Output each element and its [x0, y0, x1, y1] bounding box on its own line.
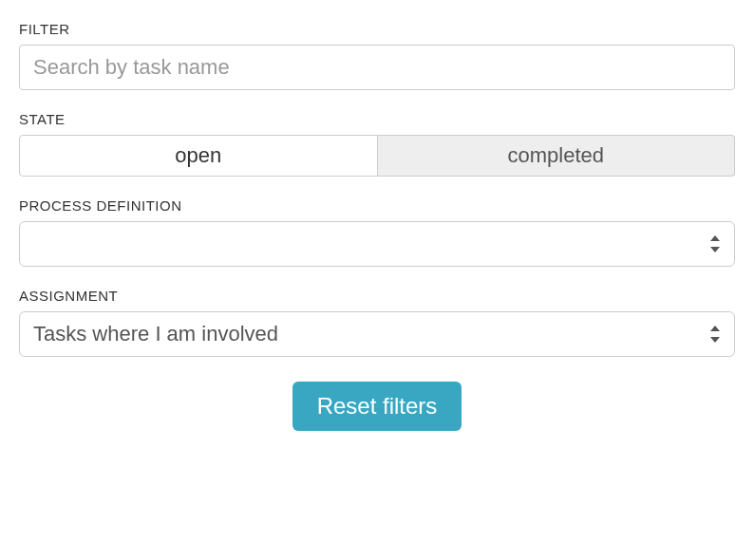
assignment-value: Tasks where I am involved	[33, 322, 278, 346]
state-label: STATE	[19, 111, 735, 127]
process-definition-label: PROCESS DEFINITION	[19, 197, 735, 214]
filter-field: FILTER	[19, 21, 735, 90]
state-option-open[interactable]: open	[19, 135, 378, 177]
filter-input[interactable]	[19, 45, 735, 90]
state-option-completed[interactable]: completed	[378, 135, 736, 177]
state-toggle-group: open completed	[19, 135, 735, 177]
process-definition-field: PROCESS DEFINITION	[19, 197, 735, 267]
actions-row: Reset filters	[19, 382, 735, 431]
assignment-select[interactable]: Tasks where I am involved	[19, 311, 735, 357]
state-field: STATE open completed	[19, 111, 735, 177]
filter-label: FILTER	[19, 21, 735, 37]
assignment-label: ASSIGNMENT	[19, 288, 735, 304]
assignment-field: ASSIGNMENT Tasks where I am involved	[19, 288, 735, 357]
process-definition-select[interactable]	[19, 221, 735, 267]
reset-filters-button[interactable]: Reset filters	[292, 382, 462, 431]
